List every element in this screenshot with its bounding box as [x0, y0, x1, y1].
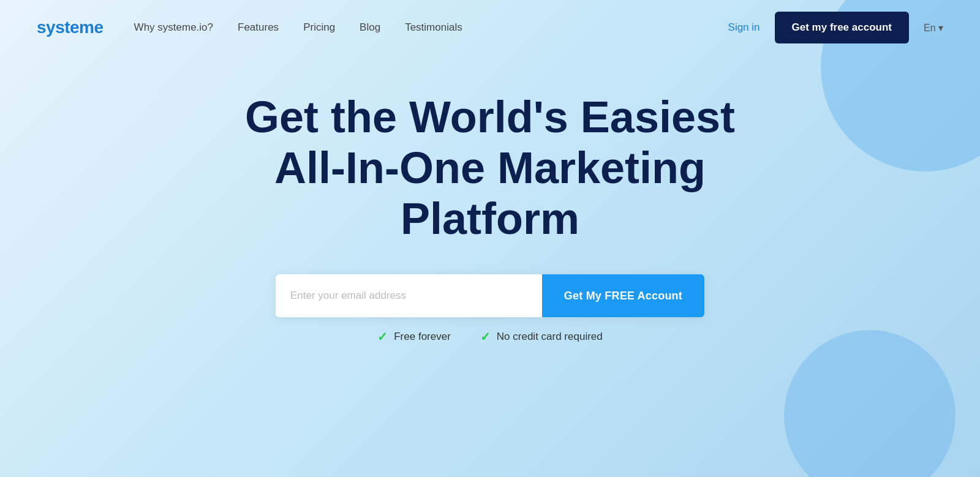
submit-button[interactable]: Get My FREE Account — [542, 274, 704, 317]
email-input[interactable] — [276, 274, 542, 317]
site-logo[interactable]: systeme — [37, 18, 104, 37]
nav-links: Why systeme.io? Features Pricing Blog Te… — [134, 21, 728, 34]
hero-title: Get the World's Easiest All-In-One Marke… — [214, 92, 766, 244]
nav-cta-button[interactable]: Get my free account — [775, 12, 909, 43]
check-icon-credit: ✓ — [480, 329, 491, 344]
nav-item-features[interactable]: Features — [238, 21, 279, 34]
bg-decoration-bottom — [784, 330, 956, 477]
nav-item-blog[interactable]: Blog — [360, 21, 380, 34]
nav-right: Sign in Get my free account En ▾ — [728, 12, 943, 43]
check-icon-free: ✓ — [377, 329, 388, 344]
nav-item-pricing[interactable]: Pricing — [303, 21, 335, 34]
signin-link[interactable]: Sign in — [728, 21, 760, 34]
hero-section: Get the World's Easiest All-In-One Marke… — [0, 55, 980, 344]
benefit-free-forever: ✓ Free forever — [377, 329, 451, 344]
hero-benefits: ✓ Free forever ✓ No credit card required — [377, 329, 603, 344]
benefit-label-free: Free forever — [394, 331, 451, 343]
navbar: systeme Why systeme.io? Features Pricing… — [0, 0, 980, 55]
nav-item-why[interactable]: Why systeme.io? — [134, 21, 213, 34]
nav-item-testimonials[interactable]: Testimonials — [405, 21, 462, 34]
email-form: Get My FREE Account — [276, 274, 704, 317]
benefit-label-credit: No credit card required — [497, 331, 603, 343]
benefit-no-credit-card: ✓ No credit card required — [480, 329, 603, 344]
language-selector[interactable]: En ▾ — [924, 22, 943, 34]
